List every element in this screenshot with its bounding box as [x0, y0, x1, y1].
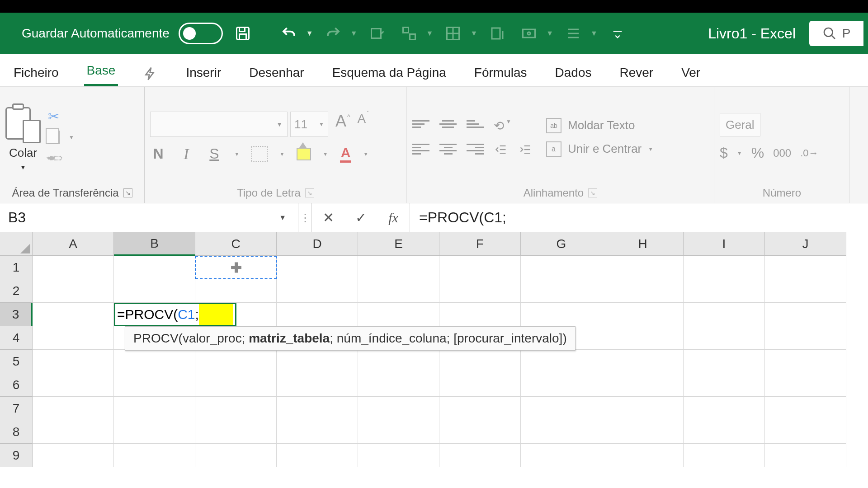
- cell[interactable]: [602, 350, 684, 373]
- cell[interactable]: [33, 444, 114, 467]
- orientation-button[interactable]: ⟲▼: [494, 118, 511, 133]
- cell[interactable]: [277, 279, 358, 303]
- cell[interactable]: [114, 420, 195, 444]
- col-header-I[interactable]: I: [684, 232, 765, 256]
- qa-btn-3[interactable]: [441, 22, 465, 45]
- cell[interactable]: [765, 420, 846, 444]
- percent-button[interactable]: %: [751, 145, 764, 161]
- cell[interactable]: [277, 397, 358, 420]
- cell[interactable]: [195, 444, 277, 467]
- merge-center-button[interactable]: Unir e Centrar ▼: [546, 141, 653, 157]
- grow-font-button[interactable]: A^: [335, 112, 350, 137]
- cell[interactable]: [684, 326, 765, 350]
- cell[interactable]: [277, 303, 358, 326]
- row-header-1[interactable]: 1: [0, 256, 33, 279]
- cell[interactable]: [765, 256, 846, 279]
- cell[interactable]: [521, 373, 602, 397]
- cell[interactable]: [521, 303, 602, 326]
- tab-ver[interactable]: Ver: [679, 59, 703, 86]
- row-header-5[interactable]: 5: [0, 350, 33, 373]
- tab-base[interactable]: Base: [84, 57, 118, 86]
- cell[interactable]: [602, 279, 684, 303]
- cell[interactable]: [277, 444, 358, 467]
- tab-formulas[interactable]: Fórmulas: [472, 59, 530, 86]
- cell[interactable]: [765, 279, 846, 303]
- align-top-button[interactable]: [412, 120, 429, 132]
- undo-button[interactable]: [277, 22, 301, 45]
- cell[interactable]: [277, 420, 358, 444]
- cell[interactable]: [684, 397, 765, 420]
- col-header-C[interactable]: C: [195, 232, 277, 256]
- active-cell-editor[interactable]: =PROCV(C1;: [114, 303, 236, 326]
- cell[interactable]: [358, 256, 439, 279]
- cell[interactable]: [33, 303, 114, 326]
- cell[interactable]: [439, 256, 521, 279]
- cell[interactable]: [521, 256, 602, 279]
- cell[interactable]: [521, 420, 602, 444]
- copy-button[interactable]: ▼: [48, 131, 74, 144]
- redo-dropdown[interactable]: ▼: [350, 29, 358, 38]
- cell[interactable]: [765, 303, 846, 326]
- cell[interactable]: [277, 373, 358, 397]
- font-size-combo[interactable]: 11 ▼: [290, 112, 328, 137]
- cell[interactable]: [602, 420, 684, 444]
- qa-btn-1[interactable]: [366, 22, 389, 45]
- cell[interactable]: [684, 303, 765, 326]
- cell[interactable]: [684, 350, 765, 373]
- cell[interactable]: [684, 256, 765, 279]
- cell[interactable]: [33, 397, 114, 420]
- comma-button[interactable]: 000: [773, 147, 791, 160]
- cell[interactable]: [358, 350, 439, 373]
- row-header-6[interactable]: 6: [0, 373, 33, 397]
- cell[interactable]: [114, 397, 195, 420]
- row-header-8[interactable]: 8: [0, 420, 33, 444]
- font-launcher[interactable]: ↘: [305, 188, 314, 197]
- cell[interactable]: [439, 373, 521, 397]
- decrease-indent-button[interactable]: [494, 143, 508, 156]
- col-header-H[interactable]: H: [602, 232, 684, 256]
- cell[interactable]: [765, 373, 846, 397]
- col-header-J[interactable]: J: [765, 232, 846, 256]
- cell[interactable]: [33, 326, 114, 350]
- cell[interactable]: [114, 444, 195, 467]
- cell[interactable]: [33, 420, 114, 444]
- cell[interactable]: [684, 279, 765, 303]
- search-box[interactable]: P: [809, 21, 863, 46]
- cell[interactable]: [114, 350, 195, 373]
- cell[interactable]: [521, 444, 602, 467]
- qa-btn-5[interactable]: [517, 22, 541, 45]
- col-header-E[interactable]: E: [358, 232, 439, 256]
- cell[interactable]: [33, 279, 114, 303]
- wrap-text-button[interactable]: ab Moldar Texto: [546, 118, 653, 133]
- tab-desenhar[interactable]: Desenhar: [246, 59, 307, 86]
- cell[interactable]: [195, 350, 277, 373]
- col-header-B[interactable]: B: [114, 232, 195, 256]
- qa-btn-4[interactable]: [486, 22, 509, 45]
- align-left-button[interactable]: [412, 144, 429, 155]
- autosave-toggle[interactable]: [179, 23, 223, 44]
- qa-customize[interactable]: [606, 22, 629, 45]
- redo-button[interactable]: [321, 22, 345, 45]
- tab-esquema[interactable]: Esquema da Página: [330, 59, 449, 86]
- paste-icon[interactable]: [5, 103, 41, 143]
- cell[interactable]: [602, 326, 684, 350]
- col-header-D[interactable]: D: [277, 232, 358, 256]
- alignment-launcher[interactable]: ↘: [588, 188, 597, 197]
- cell[interactable]: [439, 279, 521, 303]
- col-header-F[interactable]: F: [439, 232, 521, 256]
- cell[interactable]: [521, 397, 602, 420]
- cell[interactable]: [765, 350, 846, 373]
- qa-btn-2[interactable]: [397, 22, 421, 45]
- cell[interactable]: [684, 373, 765, 397]
- cell[interactable]: [602, 444, 684, 467]
- tab-ficheiro[interactable]: Ficheiro: [11, 59, 61, 86]
- row-header-7[interactable]: 7: [0, 397, 33, 420]
- cell[interactable]: [195, 279, 277, 303]
- cell[interactable]: [439, 350, 521, 373]
- tab-rever[interactable]: Rever: [617, 59, 656, 86]
- cell[interactable]: [358, 420, 439, 444]
- cell[interactable]: [358, 444, 439, 467]
- row-header-3[interactable]: 3: [0, 303, 33, 326]
- cell[interactable]: [114, 256, 195, 279]
- cell[interactable]: [277, 350, 358, 373]
